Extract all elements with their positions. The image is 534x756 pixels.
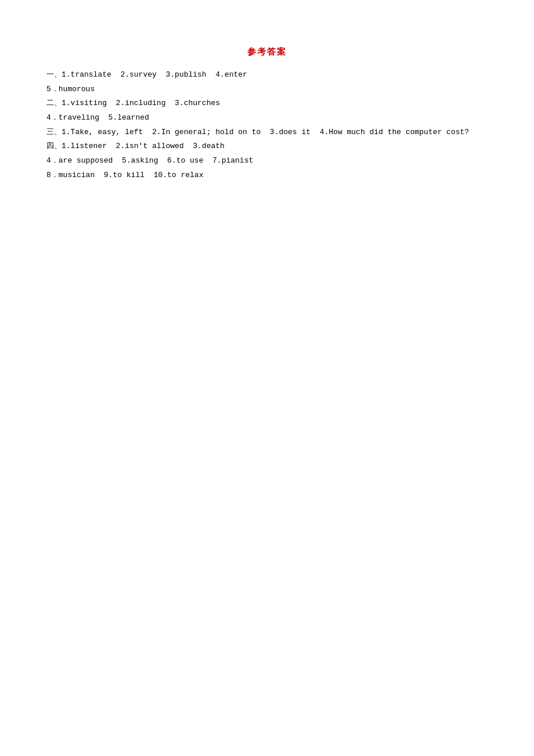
answer-line-3: 二、1.visiting 2.including 3.churches (46, 96, 488, 111)
answer-line-6: 四、1.listener 2.isn't allowed 3.death (46, 139, 488, 154)
page-title: 参考答案 (46, 46, 488, 57)
answer-line-1: 一、1.translate 2.survey 3.publish 4.enter (46, 68, 488, 82)
answer-line-8: 8．musician 9.to kill 10.to relax (46, 168, 488, 183)
answer-line-5: 三、1.Take, easy, left 2.In general; hold … (46, 125, 488, 140)
answer-line-7: 4．are supposed 5.asking 6.to use 7.piani… (46, 154, 488, 168)
answer-content: 一、1.translate 2.survey 3.publish 4.enter… (46, 68, 488, 183)
page-container: 参考答案 一、1.translate 2.survey 3.publish 4.… (46, 46, 488, 183)
answer-line-2: 5．humorous (46, 82, 488, 97)
answer-line-4: 4．traveling 5.learned (46, 111, 488, 125)
